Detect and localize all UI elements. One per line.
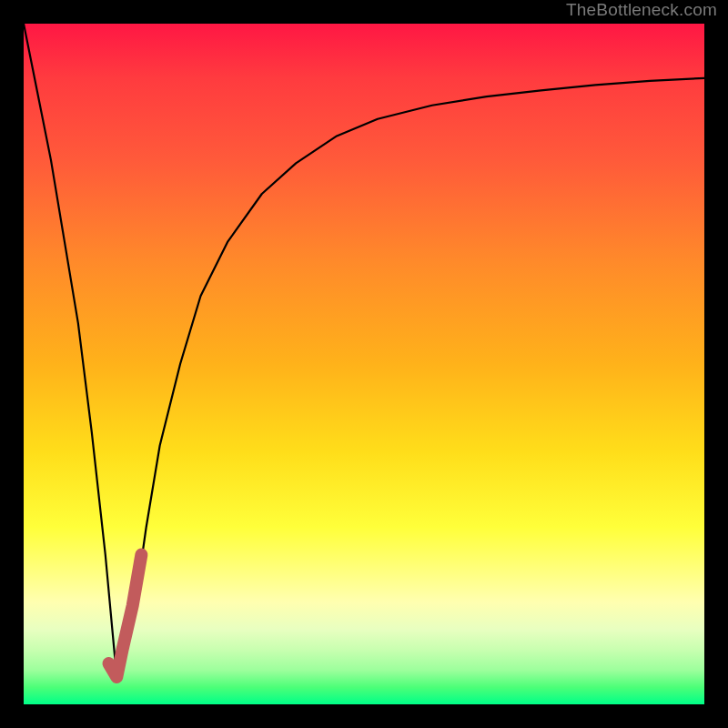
watermark-text: TheBottleneck.com [566, 0, 717, 20]
plot-area [24, 24, 704, 704]
chart-frame: TheBottleneck.com [0, 0, 728, 728]
bottleneck-highlight [109, 554, 142, 677]
chart-svg [24, 24, 704, 704]
bottleneck-curve [24, 24, 704, 677]
